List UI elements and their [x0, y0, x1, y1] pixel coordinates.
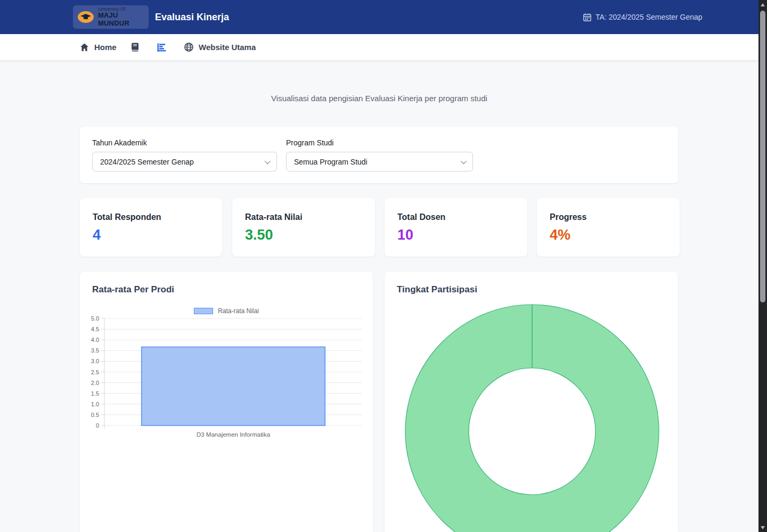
- topbar: University Of MAJU MUNDUR Evaluasi Kiner…: [0, 0, 758, 34]
- tahun-akademik-label: Tahun Akademik: [92, 138, 147, 147]
- donut-chart-plot: [404, 304, 660, 532]
- svg-text:1.0: 1.0: [91, 401, 99, 407]
- stat-label: Rata-rata Nilai: [245, 212, 362, 222]
- nav-item-statistics[interactable]: [157, 34, 166, 60]
- semester-badge: TA: 2024/2025 Semester Genap: [583, 13, 703, 21]
- svg-text:3.5: 3.5: [91, 347, 99, 354]
- program-studi-select[interactable]: Semua Program Studi: [286, 152, 473, 171]
- nav-home-label: Home: [94, 43, 117, 52]
- stat-card-total-dosen: Total Dosen 10: [385, 198, 527, 257]
- semester-label: TA: 2024/2025 Semester Genap: [595, 13, 703, 21]
- main-nav: Home: [0, 34, 758, 60]
- calendar-icon: [583, 13, 591, 21]
- university-logo[interactable]: University Of MAJU MUNDUR: [73, 5, 149, 29]
- legend-swatch: [194, 308, 213, 314]
- logo-line2: MAJU MUNDUR: [98, 12, 149, 28]
- stat-value: 10: [397, 228, 515, 242]
- nav-item-home[interactable]: Home: [80, 34, 117, 60]
- app-title: Evaluasi Kinerja: [155, 12, 229, 23]
- svg-text:1.5: 1.5: [91, 390, 99, 397]
- svg-text:5.0: 5.0: [91, 315, 99, 322]
- nav-website-label: Website Utama: [199, 43, 256, 52]
- svg-text:D3 Manajemen Informatika: D3 Manajemen Informatika: [197, 431, 271, 438]
- svg-text:2.5: 2.5: [91, 369, 99, 375]
- svg-text:4.0: 4.0: [91, 337, 99, 343]
- chevron-down-icon: [265, 158, 271, 163]
- bar-chart-title: Rata-rata Per Prodi: [92, 284, 174, 295]
- donut-chart-card: Tingkat Partisipasi: [385, 272, 678, 532]
- scrollbar-thumb[interactable]: [760, 11, 765, 302]
- home-icon: [80, 43, 89, 52]
- svg-text:2.0: 2.0: [91, 380, 99, 386]
- stat-card-total-responden: Total Responden 4: [80, 198, 222, 257]
- legend-label: Rata-rata Nilai: [218, 307, 259, 315]
- nav-item-book[interactable]: [131, 34, 139, 60]
- stat-card-progress: Progress 4%: [537, 198, 680, 257]
- donut-chart-title: Tingkat Partisipasi: [397, 284, 477, 295]
- stat-value: 4: [93, 228, 209, 242]
- filter-card: Tahun Akademik 2024/2025 Semester Genap …: [80, 127, 678, 183]
- globe-icon: [184, 43, 193, 52]
- graduation-cap-icon: [78, 11, 94, 23]
- program-studi-label: Program Studi: [286, 138, 333, 147]
- stat-value: 4%: [550, 228, 667, 242]
- chevron-down-icon: [461, 158, 467, 163]
- nav-item-website-utama[interactable]: Website Utama: [184, 34, 256, 60]
- svg-text:4.5: 4.5: [91, 326, 99, 332]
- tahun-akademik-select[interactable]: 2024/2025 Semester Genap: [92, 152, 277, 171]
- vertical-scrollbar[interactable]: [758, 0, 767, 532]
- scrollbar-up-arrow[interactable]: [761, 3, 765, 6]
- svg-text:0.5: 0.5: [91, 412, 99, 418]
- tahun-akademik-value: 2024/2025 Semester Genap: [100, 158, 194, 166]
- svg-text:0: 0: [96, 422, 99, 429]
- book-icon: [131, 43, 139, 52]
- svg-text:3.0: 3.0: [91, 358, 99, 364]
- bar-chart-icon: [157, 43, 166, 52]
- stat-value: 3.50: [245, 228, 362, 242]
- bar-chart-card: Rata-rata Per Prodi Rata-rata Nilai 5.04…: [80, 272, 373, 532]
- stat-card-rata-rata-nilai: Rata-rata Nilai 3.50: [232, 198, 375, 257]
- stat-label: Progress: [550, 212, 667, 222]
- bar-chart-legend[interactable]: Rata-rata Nilai: [80, 307, 373, 315]
- stat-label: Total Dosen: [397, 212, 515, 222]
- page-subtitle: Visualisasi data pengisian Evaluasi Kine…: [0, 94, 758, 103]
- stat-label: Total Responden: [93, 212, 209, 222]
- scrollbar-down-arrow[interactable]: [761, 526, 765, 529]
- bar-chart-plot: 5.04.54.03.53.02.52.01.51.00.50D3 Manaje…: [84, 315, 366, 446]
- program-studi-value: Semua Program Studi: [294, 158, 368, 166]
